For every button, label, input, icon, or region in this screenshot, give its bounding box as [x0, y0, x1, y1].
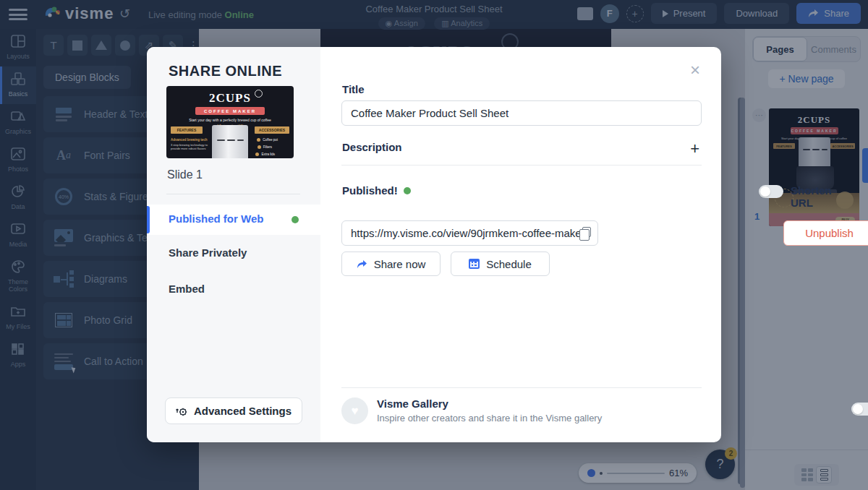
published-green-dot: [404, 187, 411, 194]
shorten-url-label: Shorten URL: [791, 184, 832, 209]
heart-icon: ♥: [341, 397, 368, 424]
menu-label: Published for Web: [169, 212, 263, 225]
published-text: Published!: [342, 184, 398, 197]
slide-thumbnail: 2CUPS COFFEE MAKER Start your day with a…: [166, 86, 294, 158]
schedule-label: Schedule: [486, 258, 532, 270]
close-icon[interactable]: ×: [690, 62, 700, 78]
visme-editor: visme ↺ Live editing mode Online Coffee …: [0, 0, 868, 490]
visme-gallery-subtitle: Inspire other creators and share it in t…: [377, 413, 602, 424]
url-field-wrap: [341, 220, 598, 246]
divider: [166, 194, 300, 194]
advanced-settings-button[interactable]: Advanced Settings: [165, 397, 302, 424]
thumb-brand: 2CUPS: [166, 91, 294, 106]
menu-item-published-for-web[interactable]: Published for Web: [147, 205, 320, 235]
advanced-settings-icon: [176, 405, 188, 417]
menu-item-embed[interactable]: Embed: [169, 283, 205, 295]
thumb-accessory: Coffee pot: [263, 138, 278, 142]
share-now-label: Share now: [374, 258, 426, 270]
description-label: Description: [342, 141, 402, 153]
unpublish-button[interactable]: Unpublish: [783, 220, 868, 246]
thumb-tagline: Start your day with a perfectly brewed c…: [166, 118, 294, 122]
thumb-features-ribbon: FEATURES: [171, 126, 203, 134]
thumb-accessories-ribbon: ACCESSORIES: [255, 126, 289, 134]
add-description-button[interactable]: +: [690, 139, 699, 158]
published-url-input[interactable]: [341, 220, 598, 246]
visme-gallery-title: Visme Gallery: [377, 397, 448, 410]
schedule-button[interactable]: Schedule: [451, 252, 550, 276]
coffee-bean-logo-icon: [255, 90, 263, 98]
share-now-button[interactable]: Share now: [341, 252, 441, 276]
share-online-modal: SHARE ONLINE 2CUPS COFFEE MAKER Start yo…: [147, 47, 721, 442]
visme-gallery-toggle[interactable]: [851, 403, 868, 416]
modal-title: SHARE ONLINE: [169, 63, 282, 79]
menu-item-share-privately[interactable]: Share Privately: [169, 246, 247, 259]
title-field-label: Title: [342, 83, 365, 95]
thumb-feature-line: Advanced brewing tech: [171, 138, 208, 142]
share-modal-sidebar: SHARE ONLINE 2CUPS COFFEE MAKER Start yo…: [147, 47, 320, 442]
divider: [341, 387, 702, 388]
divider: [341, 165, 702, 166]
calendar-icon: [469, 259, 480, 269]
thumb-feature-line: 3 step brewing technology to provide mor…: [171, 143, 210, 150]
thumb-accessory: Extra lids: [261, 152, 275, 156]
copy-url-icon[interactable]: [582, 227, 591, 237]
advanced-settings-label: Advanced Settings: [194, 405, 292, 417]
published-status-dot: [292, 216, 299, 223]
thumb-banner: COFFEE MAKER: [195, 107, 265, 115]
published-status-label: Published!: [342, 184, 411, 197]
shorten-url-toggle[interactable]: [759, 185, 783, 198]
slide-label: Slide 1: [167, 168, 203, 181]
thumb-accessory: Filters: [263, 145, 272, 149]
title-input[interactable]: [341, 100, 702, 126]
share-modal-content: × Title Description + Published! Shorten…: [320, 47, 721, 442]
share-now-arrow-icon: [357, 259, 367, 269]
